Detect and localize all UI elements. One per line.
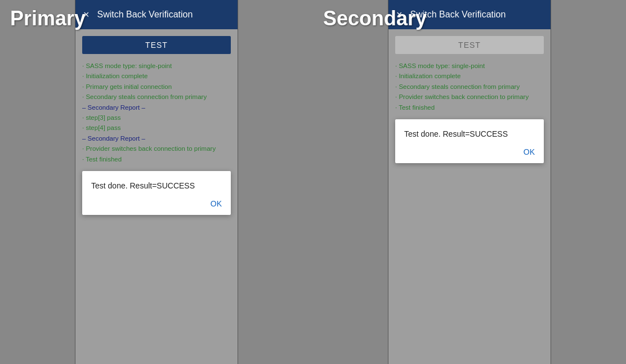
primary-dialog-header: × Switch Back Verification	[75, 0, 238, 29]
primary-label: Primary	[0, 0, 96, 37]
secondary-log-area: · SASS mode type: single-point· Initiali…	[395, 61, 544, 113]
primary-log-line: · Initialization complete	[82, 71, 231, 81]
primary-log-line: · Primary gets initial connection	[82, 82, 231, 92]
secondary-log-line: · Test finished	[395, 102, 544, 113]
primary-log-line: · Secondary steals connection from prima…	[82, 92, 231, 102]
primary-result-text: Test done. Result=SUCCESS	[91, 181, 222, 190]
primary-test-button[interactable]: TEST	[82, 36, 231, 54]
primary-log-line: · step[3] pass	[82, 113, 231, 123]
secondary-panel: Secondary × Switch Back Verification TES…	[313, 0, 626, 364]
primary-result-dialog: Test done. Result=SUCCESS OK	[82, 171, 231, 215]
primary-log-line: · step[4] pass	[82, 123, 231, 133]
secondary-log-line: · Secondary steals connection from prima…	[395, 82, 544, 92]
secondary-dialog-body: TEST · SASS mode type: single-point· Ini…	[388, 29, 551, 364]
secondary-log-line: · Initialization complete	[395, 71, 544, 81]
secondary-device-frame: × Switch Back Verification TEST · SASS m…	[388, 0, 551, 364]
primary-log-line: · SASS mode type: single-point	[82, 61, 231, 71]
primary-ok-button[interactable]: OK	[91, 199, 222, 210]
primary-dialog-title: Switch Back Verification	[97, 10, 193, 20]
primary-log-line: – Secondary Report –	[82, 133, 231, 143]
primary-panel: Primary × Switch Back Verification TEST …	[0, 0, 313, 364]
secondary-result-dialog: Test done. Result=SUCCESS OK	[395, 119, 544, 163]
primary-log-area: · SASS mode type: single-point· Initiali…	[82, 61, 231, 164]
secondary-result-text: Test done. Result=SUCCESS	[404, 129, 535, 138]
secondary-test-button: TEST	[395, 36, 544, 54]
secondary-ok-button[interactable]: OK	[404, 147, 535, 159]
secondary-label: Secondary	[313, 0, 437, 37]
primary-dialog-body: TEST · SASS mode type: single-point· Ini…	[75, 29, 238, 364]
primary-log-line: · Test finished	[82, 154, 231, 164]
primary-log-line: · Provider switches back connection to p…	[82, 143, 231, 154]
primary-device-frame: × Switch Back Verification TEST · SASS m…	[75, 0, 238, 364]
secondary-log-line: · Provider switches back connection to p…	[395, 92, 544, 102]
secondary-log-line: · SASS mode type: single-point	[395, 61, 544, 71]
primary-log-line: – Secondary Report –	[82, 102, 231, 113]
